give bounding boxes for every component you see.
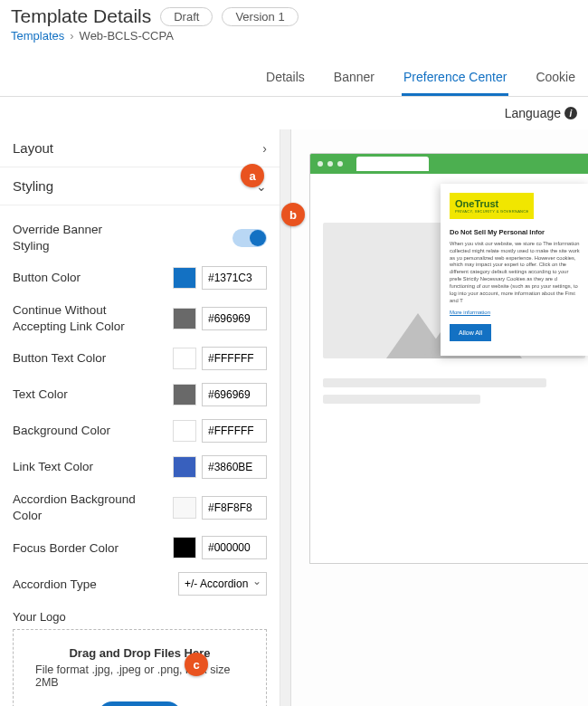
chevron-right-icon: › [262, 141, 267, 156]
color-swatch[interactable] [173, 267, 196, 289]
color-label: Continue Without Accepting Link Color [13, 302, 139, 334]
color-swatch[interactable] [173, 456, 196, 478]
color-hex-input[interactable] [202, 536, 267, 559]
preview-pane: OneTrust PRIVACY, SECURITY & GOVERNANCE … [291, 129, 588, 706]
preview-allow-all-button[interactable]: Allow All [450, 324, 491, 341]
placeholder-line [323, 395, 480, 404]
tab-details[interactable]: Details [264, 61, 307, 96]
preview-more-information-link[interactable]: More information [450, 310, 490, 315]
status-pill-draft: Draft [160, 7, 213, 26]
tabs: Details Banner Preference Center Cookie [0, 61, 588, 97]
preview-modal-body: When you visit our website, we store co … [450, 241, 581, 304]
breadcrumb: Templates › Web-BCLS-CCPA [11, 29, 577, 43]
color-label: Background Color [13, 423, 110, 439]
color-hex-input[interactable] [202, 419, 267, 443]
color-row: Button Color [13, 266, 267, 290]
panel-styling[interactable]: Styling ⌄ [0, 167, 280, 205]
your-logo-label: Your Logo [13, 610, 267, 624]
logo-dropzone[interactable]: Drag and Drop Files Here File format .jp… [13, 629, 267, 706]
color-row: Button Text Color [13, 347, 267, 370]
status-pill-version: Version 1 [222, 7, 298, 26]
placeholder-line [323, 378, 546, 387]
accordion-type-select[interactable]: +/- Accordion [178, 572, 267, 596]
panel-layout-label: Layout [13, 140, 53, 156]
callout-a: a [241, 164, 264, 187]
color-row: Background Color [13, 419, 267, 443]
color-row: Link Text Color [13, 455, 267, 479]
callout-b: b [281, 203, 305, 226]
breadcrumb-root-link[interactable]: Templates [11, 29, 64, 43]
preview-consent-modal: OneTrust PRIVACY, SECURITY & GOVERNANCE … [441, 184, 588, 356]
color-swatch[interactable] [173, 384, 196, 405]
color-hex-input[interactable] [202, 455, 267, 479]
color-label: Accordion Background Color [13, 491, 139, 523]
upload-button[interactable]: Upload [98, 701, 181, 706]
color-label: Focus Border Color [13, 540, 119, 557]
panel-styling-label: Styling [13, 178, 53, 194]
panel-layout[interactable]: Layout › [0, 129, 280, 167]
override-banner-styling-toggle[interactable] [232, 229, 267, 247]
language-label: Language [505, 106, 561, 120]
color-row: Continue Without Accepting Link Color [13, 302, 267, 334]
info-icon[interactable]: i [564, 107, 577, 119]
preview-brand-logo: OneTrust PRIVACY, SECURITY & GOVERNANCE [450, 193, 534, 219]
breadcrumb-current: Web-BCLS-CCPA [80, 29, 174, 43]
tab-preference-center[interactable]: Preference Center [402, 61, 508, 96]
color-label: Text Color [13, 386, 68, 403]
override-banner-styling-label: Override Banner Styling [13, 222, 139, 253]
color-swatch[interactable] [173, 497, 196, 519]
color-swatch[interactable] [173, 420, 196, 442]
color-row: Focus Border Color [13, 536, 267, 559]
color-swatch[interactable] [173, 537, 196, 558]
callout-c: c [185, 653, 208, 676]
dropzone-format-hint: File format .jpg, .jpeg or .png, max siz… [28, 663, 251, 689]
color-hex-input[interactable] [202, 307, 267, 330]
dropzone-title: Drag and Drop Files Here [28, 646, 251, 660]
accordion-type-label: Accordion Type [13, 577, 97, 593]
breadcrumb-separator: › [70, 29, 73, 43]
color-hex-input[interactable] [202, 266, 267, 290]
tab-banner[interactable]: Banner [332, 61, 376, 96]
color-row: Accordion Background Color [13, 491, 267, 523]
color-hex-input[interactable] [202, 496, 267, 520]
preview-modal-title: Do Not Sell My Personal Infor [450, 228, 581, 236]
color-row: Text Color [13, 383, 267, 406]
color-hex-input[interactable] [202, 383, 267, 406]
tab-cookie[interactable]: Cookie [534, 61, 577, 96]
color-label: Button Color [13, 270, 81, 286]
color-label: Button Text Color [13, 350, 106, 367]
color-hex-input[interactable] [202, 347, 267, 370]
page-title: Template Details [11, 5, 151, 27]
color-label: Link Text Color [13, 459, 93, 475]
color-swatch[interactable] [173, 348, 196, 369]
color-swatch[interactable] [173, 308, 196, 329]
